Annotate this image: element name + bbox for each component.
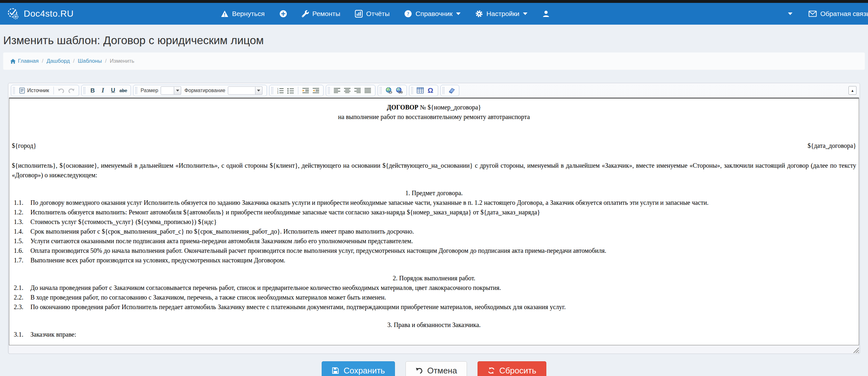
nav-reports-label: Отчёты: [366, 10, 390, 18]
doc-list-item: 1.5.Услуги считаются оказанными после по…: [12, 236, 856, 246]
editor-content-area[interactable]: ДОГОВОР № ${номер_договора} на выполнени…: [9, 98, 859, 345]
doc-list-item: 2.1.До начала проведения работ с Заказчи…: [12, 283, 856, 292]
group-drag-handle[interactable]: [443, 87, 444, 94]
group-drag-handle[interactable]: [13, 87, 15, 94]
caret-down-icon: [788, 12, 793, 15]
save-button-label: Сохранить: [343, 366, 385, 376]
undo-button[interactable]: [56, 86, 66, 95]
brand-logo[interactable]: Doc4sto.RU: [0, 7, 80, 21]
cancel-button[interactable]: Отмена: [405, 361, 467, 376]
reset-button[interactable]: Сбросить: [477, 361, 546, 376]
group-drag-handle[interactable]: [135, 87, 137, 94]
bold-button[interactable]: B: [88, 86, 97, 95]
save-button[interactable]: Сохранить: [322, 361, 395, 376]
nav-item-return[interactable]: Вернуться: [221, 10, 265, 18]
bar-chart-icon: [355, 10, 363, 18]
special-char-button[interactable]: Ω: [426, 86, 435, 95]
underline-button[interactable]: U: [108, 86, 118, 95]
font-size-combo[interactable]: [161, 86, 181, 95]
doc-title: ДОГОВОР № ${номер_договора}: [12, 102, 856, 112]
group-drag-handle[interactable]: [84, 87, 85, 94]
doc-list-item: 2.3.По окончанию проведения работ Исполн…: [12, 302, 856, 312]
nav-item-settings[interactable]: Настройки: [475, 10, 527, 18]
outdent-icon: [302, 87, 309, 94]
toolbar-group-align: [326, 85, 375, 96]
breadcrumb-separator: /: [42, 58, 43, 64]
outdent-button[interactable]: [301, 86, 310, 95]
align-center-icon: [344, 87, 351, 94]
svg-text:3: 3: [277, 92, 278, 94]
align-justify-button[interactable]: [363, 86, 373, 95]
numbered-list-button[interactable]: 1 2 3: [276, 86, 285, 95]
italic-button[interactable]: I: [98, 86, 107, 95]
doc-intro-paragraph: ${исполнитель}, ${основание}, именуемый …: [12, 161, 856, 180]
svg-text:?: ?: [407, 11, 410, 16]
align-right-button[interactable]: [353, 86, 362, 95]
toolbar-group-cleanup: [440, 85, 459, 96]
brand-title: Doc4sto.RU: [24, 9, 73, 19]
unlink-icon: [395, 87, 403, 94]
breadcrumb-separator: /: [73, 58, 74, 64]
doc-list-item: 1.6.Оплата производится 50% до начала вы…: [12, 246, 856, 255]
redo-button[interactable]: [67, 86, 76, 95]
warning-icon: [221, 10, 228, 17]
nav-item-reports[interactable]: Отчёты: [355, 10, 390, 18]
save-floppy-icon: [332, 367, 339, 374]
numbered-list-icon: 1 2 3: [277, 87, 284, 94]
gear-icon: [475, 10, 483, 18]
nav-repairs-label: Ремонты: [312, 10, 340, 18]
nav-item-add[interactable]: [279, 10, 287, 18]
nav-item-user-menu[interactable]: [788, 12, 793, 15]
remove-format-button[interactable]: [447, 86, 456, 95]
group-drag-handle[interactable]: [328, 87, 330, 94]
nav-reference-label: Справочник: [415, 10, 453, 18]
doc-subtitle: на выполнение работ по восстановительном…: [12, 112, 856, 122]
align-left-button[interactable]: [332, 86, 342, 95]
bold-icon: B: [90, 87, 95, 94]
align-center-button[interactable]: [342, 86, 352, 95]
form-actions: Сохранить Отмена Сбросить: [0, 361, 868, 376]
source-button[interactable]: Источник: [17, 86, 51, 95]
breadcrumb-dashboard-link[interactable]: Дашборд: [46, 58, 70, 64]
toolbar-collapse-button[interactable]: ▲: [848, 86, 857, 95]
indent-button[interactable]: [311, 86, 321, 95]
breadcrumb-templates-link[interactable]: Шаблоны: [78, 58, 102, 64]
group-drag-handle[interactable]: [271, 87, 273, 94]
format-combo[interactable]: [228, 86, 262, 95]
unlink-button[interactable]: [394, 86, 404, 95]
toolbar-group-links: [378, 85, 407, 96]
indent-icon: [312, 87, 319, 94]
toolbar-separator: [54, 87, 54, 94]
breadcrumb-home-label: Главная: [18, 58, 39, 64]
combo-arrow-icon: [174, 86, 181, 95]
nav-item-reference[interactable]: ? Справочник: [404, 10, 461, 18]
table-button[interactable]: [415, 86, 425, 95]
nav-menu: Вернуться Ремонты: [221, 10, 565, 18]
align-justify-icon: [364, 87, 371, 94]
format-label: Форматирование: [184, 88, 225, 93]
resize-grip[interactable]: [853, 347, 859, 353]
link-button[interactable]: [384, 86, 394, 95]
doc-section-heading: 1. Предмет договора.: [12, 188, 856, 198]
doc-city-placeholder: ${город}: [12, 141, 36, 150]
doc-list-item: 2.2.В ходе проведения работ, по согласов…: [12, 292, 856, 302]
bulleted-list-icon: [287, 87, 294, 94]
nav-item-repairs[interactable]: Ремонты: [302, 10, 340, 18]
nav-item-user[interactable]: [542, 10, 550, 18]
omega-icon: Ω: [428, 86, 433, 95]
breadcrumb-separator: /: [105, 58, 106, 64]
source-label: Источник: [27, 88, 49, 93]
strikethrough-button[interactable]: abe: [118, 86, 128, 95]
group-drag-handle[interactable]: [380, 87, 381, 94]
caret-down-icon: [456, 12, 461, 15]
group-drag-handle[interactable]: [411, 87, 413, 94]
gear-check-logo-icon: [6, 7, 20, 21]
bulleted-list-button[interactable]: [286, 86, 296, 95]
format-value: [228, 86, 255, 95]
editor-toolbar: Источник B I U abe: [9, 83, 859, 98]
top-navbar: Doc4sto.RU Вернуться: [0, 3, 868, 25]
nav-item-feedback[interactable]: Обратная связь: [808, 10, 868, 18]
envelope-icon: [808, 10, 817, 17]
italic-icon: I: [101, 87, 104, 94]
breadcrumb-home-link[interactable]: Главная: [10, 58, 39, 64]
